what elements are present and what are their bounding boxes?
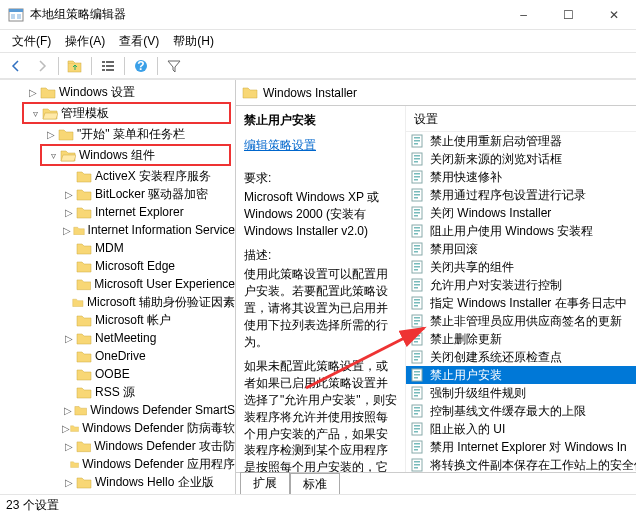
- list-item[interactable]: 禁止用户安装: [406, 366, 636, 384]
- tree-node-defender_av[interactable]: ▷Windows Defender 防病毒软: [4, 419, 235, 437]
- list-item[interactable]: 强制升级组件规则: [406, 384, 636, 402]
- list-item[interactable]: 阻止嵌入的 UI: [406, 420, 636, 438]
- folder-open-icon: [42, 106, 58, 120]
- menu-bar: 文件(F) 操作(A) 查看(V) 帮助(H): [0, 30, 636, 52]
- list-item[interactable]: 指定 Windows Installer 在事务日志中: [406, 294, 636, 312]
- forward-button[interactable]: [30, 54, 54, 78]
- tree-node-netmeeting[interactable]: ▷NetMeeting: [4, 329, 235, 347]
- tree-node-windows-settings[interactable]: ▷ Windows 设置: [4, 83, 235, 101]
- tree-node-edge[interactable]: ▷Microsoft Edge: [4, 257, 235, 275]
- list-item[interactable]: 禁用回滚: [406, 240, 636, 258]
- tab-extended[interactable]: 扩展: [240, 472, 290, 495]
- list-view-button[interactable]: [96, 54, 120, 78]
- status-bar: 23 个设置: [0, 494, 636, 516]
- setting-icon: [410, 421, 426, 437]
- tree-label: BitLocker 驱动器加密: [95, 186, 208, 203]
- tree-node-mue[interactable]: ▷Microsoft User Experience: [4, 275, 235, 293]
- tree-node-activex[interactable]: ▷ActiveX 安装程序服务: [4, 167, 235, 185]
- tree-node-mdm[interactable]: ▷MDM: [4, 239, 235, 257]
- menu-action[interactable]: 操作(A): [59, 31, 111, 52]
- help-button[interactable]: ?: [129, 54, 153, 78]
- list-item[interactable]: 禁止使用重新启动管理器: [406, 132, 636, 150]
- right-pane: Windows Installer 禁止用户安装 编辑策略设置 要求: Micr…: [236, 80, 636, 494]
- list-item-label: 禁止删除更新: [430, 331, 502, 348]
- collapse-icon[interactable]: ▷: [62, 223, 73, 237]
- status-text: 23 个设置: [6, 497, 59, 514]
- tree-label: Windows Defender 防病毒软: [82, 420, 235, 437]
- svg-rect-75: [414, 410, 420, 412]
- collapse-icon[interactable]: ▷: [44, 127, 58, 141]
- svg-rect-8: [106, 65, 114, 67]
- list-item[interactable]: 关闭新来源的浏览对话框: [406, 150, 636, 168]
- collapse-icon[interactable]: ▷: [62, 331, 76, 345]
- menu-file[interactable]: 文件(F): [6, 31, 57, 52]
- tree-node-defender_app[interactable]: ▷Windows Defender 应用程序: [4, 455, 235, 473]
- list-item[interactable]: 允许用户对安装进行控制: [406, 276, 636, 294]
- list-item[interactable]: 禁用 Internet Explorer 对 Windows In: [406, 438, 636, 456]
- close-button[interactable]: ✕: [591, 0, 636, 30]
- maximize-button[interactable]: ☐: [546, 0, 591, 30]
- collapse-icon[interactable]: ▷: [62, 421, 70, 435]
- list-item[interactable]: 禁用通过程序包设置进行记录: [406, 186, 636, 204]
- list-item[interactable]: 关闭共享的组件: [406, 258, 636, 276]
- list-item[interactable]: 控制基线文件缓存最大的上限: [406, 402, 636, 420]
- collapse-icon[interactable]: ▷: [62, 475, 76, 489]
- list-item[interactable]: 关闭 Windows Installer: [406, 204, 636, 222]
- svg-rect-15: [414, 140, 420, 142]
- tree-node-ms_auth[interactable]: ▷Microsoft 辅助身份验证因素: [4, 293, 235, 311]
- tree-node-defender_ss[interactable]: ▷Windows Defender SmartS: [4, 401, 235, 419]
- filter-button[interactable]: [162, 54, 186, 78]
- list-item[interactable]: 阻止用户使用 Windows 安装程: [406, 222, 636, 240]
- list-item[interactable]: 禁止删除更新: [406, 330, 636, 348]
- tree-node-ms_account[interactable]: ▷Microsoft 帐户: [4, 311, 235, 329]
- window-title: 本地组策略编辑器: [30, 6, 501, 23]
- tree-pane[interactable]: ▷ Windows 设置 ▿ 管理模板 ▷ "开始" 菜单和任务栏 ▿: [0, 80, 236, 494]
- list-item[interactable]: 将转换文件副本保存在工作站上的安全位: [406, 456, 636, 472]
- collapse-icon[interactable]: ▷: [26, 85, 40, 99]
- tree-node-iis[interactable]: ▷Internet Information Service: [4, 221, 235, 239]
- tree-node-onedrive[interactable]: ▷OneDrive: [4, 347, 235, 365]
- tree-node-ie[interactable]: ▷Internet Explorer: [4, 203, 235, 221]
- list-item[interactable]: 禁止非管理员应用供应商签名的更新: [406, 312, 636, 330]
- folder-icon: [74, 403, 87, 417]
- collapse-icon[interactable]: ▷: [62, 205, 76, 219]
- tree-node-hello[interactable]: ▷Windows Hello 企业版: [4, 473, 235, 491]
- collapse-icon[interactable]: ▷: [62, 439, 76, 453]
- tree-node-defender_exploit[interactable]: ▷Windows Defender 攻击防: [4, 437, 235, 455]
- main-area: ▷ Windows 设置 ▿ 管理模板 ▷ "开始" 菜单和任务栏 ▿: [0, 80, 636, 494]
- right-header: Windows Installer: [236, 80, 636, 106]
- expand-icon[interactable]: ▿: [28, 106, 42, 120]
- highlight-windows-components: ▿ Windows 组件: [40, 144, 231, 166]
- folder-icon: [76, 313, 92, 327]
- tree-label: Microsoft 帐户: [95, 312, 171, 329]
- back-button[interactable]: [4, 54, 28, 78]
- collapse-icon[interactable]: ▷: [62, 187, 76, 201]
- tree-node-bitlocker[interactable]: ▷BitLocker 驱动器加密: [4, 185, 235, 203]
- tree-label: Windows 设置: [59, 84, 135, 101]
- list-item[interactable]: 禁用快速修补: [406, 168, 636, 186]
- list-pane[interactable]: 设置 禁止使用重新启动管理器关闭新来源的浏览对话框禁用快速修补禁用通过程序包设置…: [406, 106, 636, 472]
- list-item-label: 强制升级组件规则: [430, 385, 526, 402]
- tree-node-start-menu[interactable]: ▷ "开始" 菜单和任务栏: [4, 125, 235, 143]
- tree-node-rss[interactable]: ▷RSS 源: [4, 383, 235, 401]
- list-header[interactable]: 设置: [406, 108, 636, 132]
- list-item-label: 禁用 Internet Explorer 对 Windows In: [430, 439, 627, 456]
- edit-policy-link[interactable]: 编辑策略设置: [244, 137, 316, 154]
- minimize-button[interactable]: –: [501, 0, 546, 30]
- svg-rect-43: [414, 266, 420, 268]
- svg-rect-82: [414, 443, 420, 445]
- collapse-icon[interactable]: ▷: [62, 403, 74, 417]
- list-item-label: 禁止用户安装: [430, 367, 502, 384]
- expand-icon[interactable]: ▿: [46, 148, 60, 162]
- tree-node-windows-components[interactable]: ▿ Windows 组件: [42, 146, 229, 164]
- tree-node-oobe[interactable]: ▷OOBE: [4, 365, 235, 383]
- list-item-label: 禁止非管理员应用供应商签名的更新: [430, 313, 622, 330]
- menu-help[interactable]: 帮助(H): [167, 31, 220, 52]
- list-item[interactable]: 关闭创建系统还原检查点: [406, 348, 636, 366]
- menu-view[interactable]: 查看(V): [113, 31, 165, 52]
- tree-node-admin-templates[interactable]: ▿ 管理模板: [24, 104, 229, 122]
- tab-standard[interactable]: 标准: [290, 473, 340, 495]
- svg-rect-28: [414, 197, 418, 199]
- list-item-label: 关闭新来源的浏览对话框: [430, 151, 562, 168]
- up-folder-button[interactable]: [63, 54, 87, 78]
